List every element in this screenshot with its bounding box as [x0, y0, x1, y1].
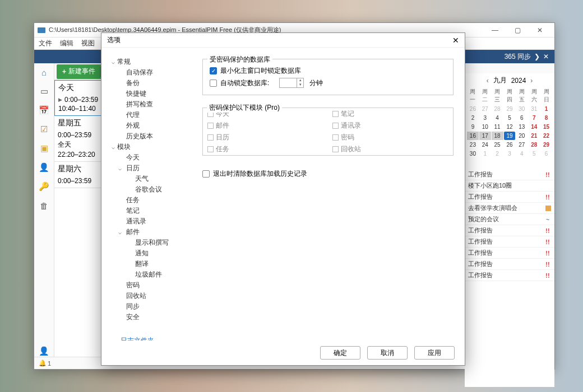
- cal-day[interactable]: 1: [479, 150, 491, 158]
- tree-today[interactable]: 今天: [112, 152, 192, 163]
- cal-day[interactable]: 4: [516, 150, 528, 158]
- cal-day[interactable]: 28: [492, 105, 503, 113]
- tree-item[interactable]: 谷歌会议: [112, 184, 192, 195]
- task-row[interactable]: 楼下小区跑10圈: [465, 180, 554, 192]
- task-row[interactable]: 去看张学友演唱会: [465, 203, 554, 214]
- apply-button[interactable]: 应用: [414, 346, 455, 360]
- checkbox-clear-history[interactable]: [202, 170, 210, 178]
- maximize-button[interactable]: ▢: [506, 26, 529, 34]
- task-row[interactable]: 工作报告!!: [465, 259, 554, 270]
- cal-day[interactable]: 3: [479, 114, 491, 122]
- cal-day[interactable]: 30: [516, 105, 528, 113]
- minimize-button[interactable]: —: [484, 26, 506, 34]
- task-row[interactable]: 工作报告!!: [465, 248, 554, 259]
- module-checkbox[interactable]: [332, 123, 339, 129]
- cal-day[interactable]: 17: [479, 132, 491, 140]
- cal-day[interactable]: 31: [528, 105, 540, 113]
- checkbox-autolock[interactable]: [210, 80, 217, 87]
- menu-file[interactable]: 文件: [39, 39, 52, 48]
- module-checkbox[interactable]: [207, 146, 214, 152]
- tree-contacts[interactable]: 通讯录: [112, 216, 192, 227]
- cal-day[interactable]: 11: [492, 123, 503, 131]
- minutes-spinner[interactable]: ▲▼: [279, 78, 304, 88]
- cal-day[interactable]: 24: [479, 141, 491, 149]
- close-button[interactable]: ✕: [529, 26, 551, 34]
- cal-day[interactable]: 10: [479, 123, 491, 131]
- card-icon[interactable]: ▭: [39, 86, 50, 97]
- trash-icon[interactable]: 🗑: [39, 200, 50, 211]
- cal-day[interactable]: 28: [528, 141, 540, 149]
- task-row[interactable]: 工作报告!!: [465, 192, 554, 203]
- tree-item[interactable]: 垃圾邮件: [112, 269, 192, 280]
- cal-day[interactable]: 6: [516, 114, 528, 122]
- tree-item[interactable]: 翻译: [112, 259, 192, 269]
- tree-calendar[interactable]: 日历: [112, 163, 192, 174]
- cal-day[interactable]: 20: [516, 132, 528, 140]
- cal-day[interactable]: 29: [504, 105, 516, 113]
- calendar-icon[interactable]: 📅: [39, 105, 50, 116]
- tree-security[interactable]: 安全: [112, 312, 192, 323]
- tree-tasks[interactable]: 任务: [112, 195, 192, 206]
- cal-day[interactable]: 25: [492, 141, 503, 149]
- cal-day[interactable]: 5: [528, 150, 540, 158]
- tree-item[interactable]: 历史版本: [112, 131, 192, 142]
- tree-mail[interactable]: 邮件: [112, 227, 192, 237]
- task-row[interactable]: 预定的会议~: [465, 214, 554, 225]
- cal-day[interactable]: 12: [504, 123, 516, 131]
- module-checkbox[interactable]: [207, 123, 214, 129]
- cal-day[interactable]: 18: [492, 132, 503, 140]
- cal-day[interactable]: 30: [467, 150, 479, 158]
- cal-day[interactable]: 27: [516, 141, 528, 149]
- cal-day[interactable]: 23: [467, 141, 479, 149]
- task-row[interactable]: 工作报告!!: [465, 225, 554, 236]
- banner-close-icon[interactable]: ✕: [543, 53, 549, 60]
- cal-day[interactable]: 3: [504, 150, 516, 158]
- tree-notes[interactable]: 笔记: [112, 206, 192, 216]
- tree-item[interactable]: 外观: [112, 120, 192, 131]
- cal-day[interactable]: 26: [467, 105, 479, 113]
- cal-day[interactable]: 2: [467, 114, 479, 122]
- tree-item[interactable]: 显示和撰写: [112, 237, 192, 248]
- cal-day[interactable]: 21: [528, 132, 540, 140]
- cal-day[interactable]: 26: [504, 141, 516, 149]
- cal-day[interactable]: 4: [492, 114, 503, 122]
- tree-modules[interactable]: 模块: [112, 142, 192, 152]
- ok-button[interactable]: 确定: [320, 346, 360, 360]
- cal-day[interactable]: 22: [540, 132, 552, 140]
- module-checkbox[interactable]: [332, 111, 339, 117]
- cal-day[interactable]: 13: [516, 123, 528, 131]
- log-folder-link[interactable]: 日志文件夹: [112, 336, 192, 340]
- cal-day[interactable]: 8: [540, 114, 552, 122]
- menu-view[interactable]: 视图: [81, 39, 95, 48]
- tree-password[interactable]: 密码: [112, 280, 192, 291]
- tree-general[interactable]: 常规: [112, 57, 192, 67]
- module-checkbox[interactable]: [207, 134, 214, 141]
- cal-day[interactable]: 9: [467, 123, 479, 131]
- check-icon[interactable]: ☑: [39, 124, 50, 135]
- cal-day[interactable]: 14: [528, 123, 540, 131]
- module-checkbox[interactable]: [332, 146, 339, 152]
- tree-item[interactable]: 快捷键: [112, 88, 192, 99]
- cal-next-icon[interactable]: ›: [530, 77, 533, 85]
- bell-icon[interactable]: 🔔: [39, 360, 47, 367]
- tree-item[interactable]: 代理: [112, 110, 192, 120]
- user-icon[interactable]: 👤: [39, 346, 50, 357]
- cal-day[interactable]: 2: [492, 150, 503, 158]
- cancel-button[interactable]: 取消: [367, 346, 408, 360]
- cal-day[interactable]: 15: [540, 123, 552, 131]
- cal-day[interactable]: 19: [504, 132, 516, 140]
- cal-day[interactable]: 16: [467, 132, 479, 140]
- cal-day[interactable]: 27: [479, 105, 491, 113]
- checkbox-lock-on-minimize[interactable]: ✓: [210, 67, 217, 74]
- note-icon[interactable]: ▣: [39, 143, 50, 154]
- tree-item[interactable]: 通知: [112, 248, 192, 259]
- chevron-right-icon[interactable]: ❯: [534, 53, 540, 60]
- cal-day[interactable]: 5: [504, 114, 516, 122]
- cal-day[interactable]: 29: [540, 141, 552, 149]
- home-icon[interactable]: ⌂: [39, 67, 50, 78]
- tree-sync[interactable]: 同步: [112, 301, 192, 312]
- contacts-icon[interactable]: 👤: [39, 162, 50, 173]
- task-row[interactable]: 工作报告!!: [465, 270, 554, 281]
- tree-item[interactable]: 拼写检查: [112, 99, 192, 110]
- cal-day[interactable]: 1: [540, 105, 552, 113]
